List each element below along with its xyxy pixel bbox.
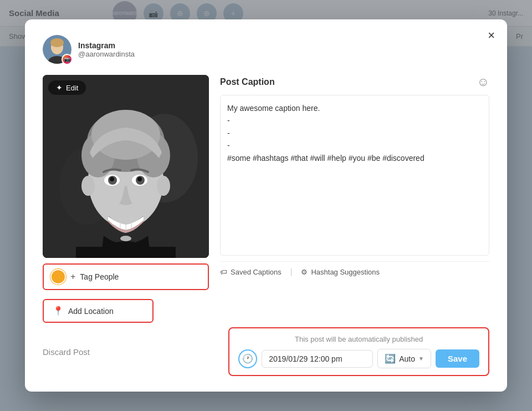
schedule-note: This post will be automatically publishe…	[238, 335, 479, 343]
tag-people-avatar	[50, 269, 66, 285]
svg-point-19	[110, 177, 114, 181]
edit-spark-icon: ✦	[56, 83, 63, 92]
account-handle: @aaronwardinsta	[78, 50, 135, 58]
tag-people-row[interactable]: + Tag People	[43, 263, 209, 290]
caption-box[interactable]: My awesome caption here. - - - #some #ha…	[220, 95, 489, 256]
instagram-badge: 📷	[62, 54, 73, 65]
caption-header: Post Caption ☺	[220, 75, 489, 89]
discard-button[interactable]: Discard Post	[43, 347, 90, 357]
tag-people-label: Tag People	[80, 272, 119, 281]
auto-dropdown[interactable]: 🔄 Auto ▼	[377, 349, 431, 368]
caption-title: Post Caption	[220, 77, 275, 87]
account-info: Instagram @aaronwardinsta	[78, 41, 135, 58]
datetime-input[interactable]	[262, 350, 373, 368]
account-platform: Instagram	[78, 41, 135, 50]
caption-text-content: My awesome caption here. - - - #some #ha…	[227, 102, 482, 164]
close-button[interactable]: ×	[488, 29, 495, 42]
add-location-row[interactable]: 📍 Add Location	[43, 299, 154, 323]
emoji-button[interactable]: ☺	[477, 75, 489, 89]
chevron-down-icon: ▼	[418, 356, 424, 362]
schedule-controls: 🕐 🔄 Auto ▼ Save	[238, 349, 479, 368]
schedule-section: This post will be automatically publishe…	[228, 327, 489, 376]
main-content: ✦ Edit + Tag People Post Caption ☺	[43, 75, 489, 290]
caption-actions: 🏷 Saved Captions | ⚙ Hashtag Suggestions	[220, 261, 489, 276]
svg-point-20	[137, 177, 142, 181]
hashtag-suggestions-label: Hashtag Suggestions	[311, 268, 380, 276]
saved-captions-button[interactable]: 🏷 Saved Captions	[220, 268, 282, 276]
saved-captions-icon: 🏷	[220, 268, 227, 276]
tag-plus-icon: +	[70, 272, 75, 282]
account-header: 📷 Instagram @aaronwardinsta	[43, 35, 489, 64]
caption-panel: Post Caption ☺ My awesome caption here. …	[220, 75, 489, 290]
post-image	[43, 75, 209, 258]
modal-dialog: × 📷	[25, 19, 507, 392]
svg-point-14	[157, 176, 170, 196]
image-panel: ✦ Edit + Tag People	[43, 75, 209, 290]
saved-captions-label: Saved Captions	[231, 268, 282, 276]
add-location-label: Add Location	[68, 307, 114, 316]
modal-overlay: × 📷	[0, 0, 532, 411]
svg-point-24	[120, 236, 131, 241]
edit-label: Edit	[66, 84, 78, 92]
hashtag-suggestions-button[interactable]: ⚙ Hashtag Suggestions	[301, 268, 380, 276]
auto-icon: 🔄	[385, 353, 396, 364]
clock-icon: 🕐	[238, 349, 257, 368]
caption-divider: |	[290, 267, 293, 276]
hashtag-icon: ⚙	[301, 268, 308, 276]
image-container: ✦ Edit	[43, 75, 209, 258]
svg-point-2	[50, 38, 64, 47]
bottom-row: Discard Post This post will be automatic…	[43, 327, 489, 376]
save-button[interactable]: Save	[436, 349, 479, 368]
account-avatar-wrap: 📷	[43, 35, 71, 64]
edit-button[interactable]: ✦ Edit	[48, 80, 86, 95]
svg-point-13	[81, 176, 95, 196]
location-icon: 📍	[53, 306, 64, 316]
auto-label: Auto	[399, 354, 415, 363]
